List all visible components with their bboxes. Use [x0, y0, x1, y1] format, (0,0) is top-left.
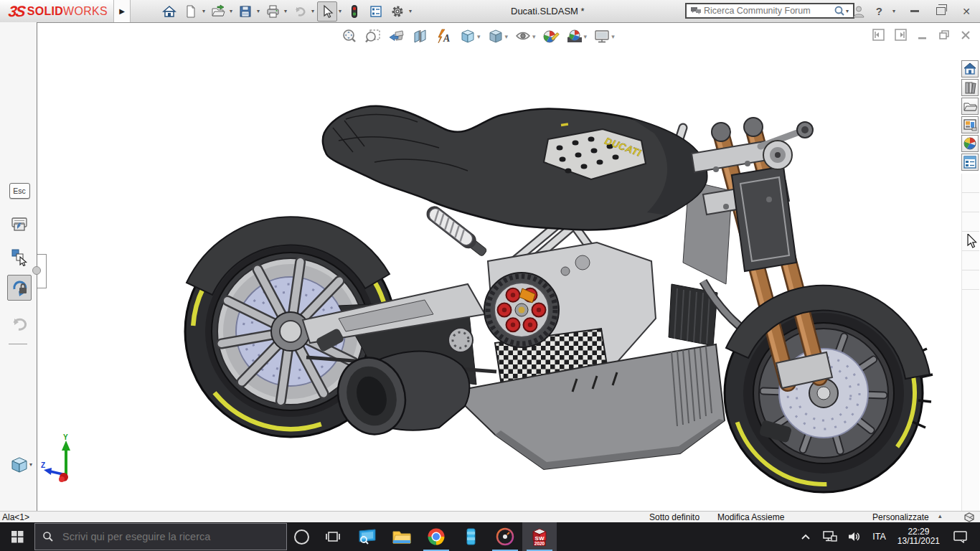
svg-text:A: A: [443, 33, 450, 44]
app-file-explorer[interactable]: [385, 522, 419, 551]
undo-button[interactable]: [290, 1, 310, 22]
minimize-button[interactable]: [907, 4, 923, 19]
action-center-button[interactable]: [948, 522, 973, 551]
document-properties-button[interactable]: [366, 1, 386, 22]
task-pane-strip: [961, 174, 979, 511]
home-button[interactable]: [159, 1, 179, 22]
task-view-button[interactable]: [316, 522, 350, 551]
dropdown-caret[interactable]: ▾: [409, 8, 412, 14]
dropdown-caret[interactable]: ▾: [257, 8, 260, 14]
collapse-pane-left-button[interactable]: [872, 29, 885, 41]
close-button[interactable]: ✕: [958, 4, 974, 19]
close-icon: ✕: [962, 6, 971, 17]
touch-undo-button[interactable]: [9, 314, 30, 335]
app-your-phone[interactable]: [453, 522, 488, 551]
view-selector-button[interactable]: [9, 454, 30, 476]
multi-select-button[interactable]: [9, 246, 30, 268]
dropdown-caret[interactable]: ▾: [230, 8, 232, 14]
display-style-button[interactable]: ▾: [485, 27, 511, 47]
open-button[interactable]: [208, 1, 228, 22]
dropdown-caret[interactable]: ▾: [505, 33, 509, 40]
rebuild-button[interactable]: [344, 1, 364, 22]
toolbar-flyout-button[interactable]: ▶: [113, 0, 131, 22]
zoom-to-fit-button[interactable]: [339, 27, 360, 47]
dropdown-caret[interactable]: ▾: [284, 8, 287, 14]
options-button[interactable]: [387, 1, 407, 22]
taskbar-search-input[interactable]: [61, 530, 279, 543]
minimize-icon: [910, 10, 919, 12]
select-tool-button[interactable]: [317, 1, 337, 22]
dry-clutch[interactable]: [484, 273, 559, 347]
view-orientation-button[interactable]: ▾: [457, 27, 483, 47]
touch-mode-toolbar: Esc ▾: [0, 22, 37, 511]
app-chrome[interactable]: [419, 522, 453, 551]
annotation-views-button[interactable]: A: [433, 27, 455, 47]
dropdown-caret[interactable]: ▾: [532, 33, 536, 40]
forum-search-box[interactable]: ▾: [685, 3, 854, 19]
zoom-to-area-button[interactable]: [362, 27, 384, 47]
dropdown-caret[interactable]: ▾: [611, 33, 615, 40]
forum-search-input[interactable]: [702, 5, 833, 17]
dropdown-caret[interactable]: ▾: [311, 8, 314, 14]
doc-minimize-button[interactable]: [917, 29, 928, 41]
bodywork[interactable]: DUCATI: [323, 106, 707, 230]
collapse-pane-right-button[interactable]: [895, 29, 907, 41]
network-status-button[interactable]: [821, 522, 839, 551]
lock-rotation-button[interactable]: [7, 275, 32, 301]
tray-chevron-button[interactable]: [796, 522, 815, 551]
app-media-circle[interactable]: [488, 522, 522, 551]
definition-state-label: Sotto definito: [649, 512, 699, 522]
dropdown-caret[interactable]: ▾: [846, 8, 849, 14]
app-solidworks[interactable]: SW2020: [522, 522, 557, 551]
document-title: Ducati.SLDASM *: [511, 6, 585, 17]
shortcut-bar-button[interactable]: [9, 213, 30, 235]
tab-view-palette[interactable]: [961, 116, 979, 133]
previous-view-button[interactable]: [386, 27, 407, 47]
folder-icon: [963, 99, 977, 113]
new-document-button[interactable]: [181, 1, 201, 22]
solidworks-window: 3SSOLIDWORKS ▶ ▾ ▾ ▾ ▾ ▾ ▾ ▾ Ducati.SLDA…: [0, 0, 980, 551]
volume-button[interactable]: [845, 522, 864, 551]
save-icon: [238, 4, 253, 19]
view-settings-button[interactable]: ▾: [591, 27, 617, 47]
doc-close-button[interactable]: [960, 29, 971, 41]
app-remote-screen[interactable]: [350, 522, 385, 551]
status-bar: Ala<1> Sotto definito Modifica Assieme P…: [0, 511, 980, 523]
doc-restore-button[interactable]: [938, 29, 950, 41]
start-button[interactable]: [0, 522, 34, 551]
tab-file-explorer[interactable]: [961, 98, 979, 115]
search-icon[interactable]: [833, 4, 846, 17]
tab-design-library[interactable]: [961, 79, 979, 96]
tab-solidworks-resources[interactable]: [961, 60, 979, 77]
views-caret[interactable]: ▴: [938, 512, 942, 519]
dropdown-caret[interactable]: ▾: [892, 8, 895, 14]
restore-button[interactable]: [933, 4, 948, 19]
solidworks-logo: 3SSOLIDWORKS: [0, 0, 113, 22]
section-view-button[interactable]: [410, 27, 431, 47]
dropdown-caret[interactable]: ▾: [29, 461, 32, 468]
dropdown-caret[interactable]: ▾: [477, 33, 481, 40]
taskbar-search-box[interactable]: [34, 523, 287, 550]
dropdown-caret[interactable]: ▾: [584, 33, 588, 40]
save-button[interactable]: [235, 1, 255, 22]
cortana-button[interactable]: [287, 522, 316, 551]
help-button[interactable]: ?: [876, 5, 882, 17]
print-button[interactable]: [263, 1, 283, 22]
tab-custom-properties[interactable]: [961, 154, 979, 171]
dropdown-caret[interactable]: ▾: [202, 8, 205, 14]
user-account-icon[interactable]: [852, 4, 866, 19]
hide-show-items-button[interactable]: ▾: [512, 27, 538, 47]
search-icon: [42, 531, 54, 542]
escape-button[interactable]: Esc: [9, 180, 30, 202]
language-indicator[interactable]: ITA: [870, 532, 889, 542]
tag-icon[interactable]: [964, 512, 975, 522]
custom-views-button[interactable]: Personalizzate: [872, 512, 929, 522]
edit-appearance-button[interactable]: [540, 27, 562, 47]
annotation-icon: A: [435, 28, 453, 45]
dropdown-caret[interactable]: ▾: [339, 8, 341, 14]
3d-model-motorcycle[interactable]: DUCATI: [37, 47, 961, 511]
chrome-icon: [427, 527, 446, 546]
tab-appearances-scenes[interactable]: [961, 135, 979, 152]
clock[interactable]: 22:29 13/11/2021: [895, 527, 943, 546]
apply-scene-button[interactable]: ▾: [564, 27, 590, 47]
